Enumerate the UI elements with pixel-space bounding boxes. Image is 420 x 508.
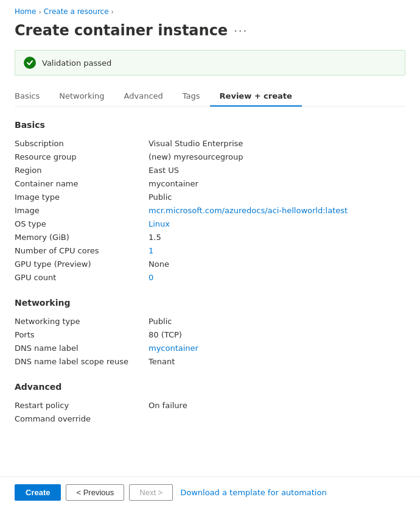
footer: Create < Previous Next > Download a temp… — [0, 476, 420, 508]
tab-tags[interactable]: Tags — [173, 86, 210, 107]
advanced-section-title: Advanced — [15, 382, 405, 392]
field-value-image-type: Public — [149, 192, 405, 202]
page-title: Create container instance — [15, 22, 228, 39]
basics-section-title: Basics — [15, 120, 405, 130]
next-button[interactable]: Next > — [129, 484, 173, 501]
field-label-restart-policy: Restart policy — [15, 401, 149, 410]
field-label-dns-name-label: DNS name label — [15, 344, 149, 353]
tab-networking[interactable]: Networking — [49, 86, 114, 107]
field-dns-scope-reuse: DNS name label scope reuse Tenant — [15, 355, 405, 369]
field-value-image: mcr.microsoft.com/azuredocs/aci-hellowor… — [149, 206, 405, 215]
field-value-cpu-cores: 1 — [149, 246, 405, 255]
field-value-subscription: Visual Studio Enterprise — [149, 139, 405, 148]
previous-button[interactable]: < Previous — [66, 484, 124, 501]
networking-section: Networking Networking type Public Ports … — [15, 298, 405, 369]
field-label-ports: Ports — [15, 330, 149, 339]
field-value-gpu-type: None — [149, 259, 405, 269]
field-subscription: Subscription Visual Studio Enterprise — [15, 137, 405, 150]
field-value-container-name: mycontainer — [149, 179, 405, 188]
field-cpu-cores: Number of CPU cores 1 — [15, 244, 405, 258]
field-label-region: Region — [15, 166, 149, 175]
page-title-menu-icon[interactable]: ··· — [234, 24, 248, 37]
field-label-networking-type: Networking type — [15, 317, 149, 326]
advanced-section: Advanced Restart policy On failure Comma… — [15, 382, 405, 426]
validation-banner: Validation passed — [15, 50, 405, 76]
field-dns-name-label: DNS name label mycontainer — [15, 342, 405, 355]
field-value-region: East US — [149, 166, 405, 175]
breadcrumb: Home › Create a resource › — [15, 7, 405, 16]
networking-section-title: Networking — [15, 298, 405, 308]
field-label-gpu-type: GPU type (Preview) — [15, 259, 149, 269]
tabs-nav: Basics Networking Advanced Tags Review +… — [15, 86, 405, 107]
field-memory: Memory (GiB) 1.5 — [15, 231, 405, 244]
field-label-dns-scope-reuse: DNS name label scope reuse — [15, 357, 149, 366]
field-command-override: Command override — [15, 412, 405, 426]
validation-text: Validation passed — [42, 58, 111, 68]
field-label-resource-group: Resource group — [15, 152, 149, 161]
field-ports: Ports 80 (TCP) — [15, 328, 405, 342]
tab-basics[interactable]: Basics — [15, 86, 49, 107]
field-label-subscription: Subscription — [15, 139, 149, 148]
field-label-command-override: Command override — [15, 414, 149, 423]
field-value-restart-policy: On failure — [149, 401, 405, 410]
field-value-networking-type: Public — [149, 317, 405, 326]
field-value-memory: 1.5 — [149, 233, 405, 242]
breadcrumb-home[interactable]: Home — [15, 7, 36, 16]
field-container-name: Container name mycontainer — [15, 177, 405, 191]
field-label-gpu-count: GPU count — [15, 273, 149, 282]
field-value-ports: 80 (TCP) — [149, 330, 405, 339]
breadcrumb-sep-1: › — [38, 8, 41, 16]
validation-success-icon — [24, 57, 36, 69]
field-value-dns-scope-reuse: Tenant — [149, 357, 405, 366]
field-image: Image mcr.microsoft.com/azuredocs/aci-he… — [15, 204, 405, 217]
field-networking-type: Networking type Public — [15, 315, 405, 328]
create-button[interactable]: Create — [15, 484, 61, 501]
breadcrumb-sep-2: › — [111, 8, 114, 16]
field-gpu-count: GPU count 0 — [15, 271, 405, 284]
field-region: Region East US — [15, 164, 405, 177]
field-os-type: OS type Linux — [15, 217, 405, 231]
breadcrumb-create-resource[interactable]: Create a resource — [44, 7, 109, 16]
tab-review-create[interactable]: Review + create — [210, 86, 302, 107]
field-value-resource-group: (new) myresourcegroup — [149, 152, 405, 161]
field-label-memory: Memory (GiB) — [15, 233, 149, 242]
field-value-gpu-count: 0 — [149, 273, 405, 282]
field-value-dns-name-label: mycontainer — [149, 344, 405, 353]
field-label-image: Image — [15, 206, 149, 215]
automation-link[interactable]: Download a template for automation — [180, 488, 326, 497]
field-image-type: Image type Public — [15, 191, 405, 204]
field-restart-policy: Restart policy On failure — [15, 399, 405, 412]
basics-section: Basics Subscription Visual Studio Enterp… — [15, 120, 405, 284]
field-gpu-type: GPU type (Preview) None — [15, 258, 405, 271]
field-label-image-type: Image type — [15, 192, 149, 202]
field-value-os-type: Linux — [149, 219, 405, 228]
field-resource-group: Resource group (new) myresourcegroup — [15, 150, 405, 164]
field-label-cpu-cores: Number of CPU cores — [15, 246, 149, 255]
field-label-os-type: OS type — [15, 219, 149, 228]
tab-advanced[interactable]: Advanced — [114, 86, 173, 107]
field-label-container-name: Container name — [15, 179, 149, 188]
